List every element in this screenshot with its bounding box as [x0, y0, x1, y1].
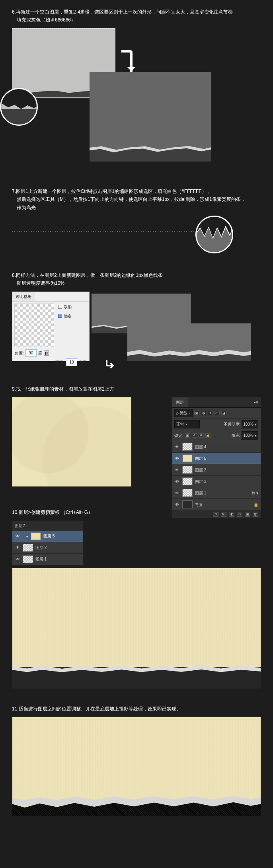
trash-icon[interactable]: 🗑	[253, 512, 258, 517]
layer-filter-row: ρ 类型÷ ▣ ◑ T ▭ ◢	[172, 408, 261, 419]
layer-thumb	[182, 443, 193, 451]
fill-label: 填充:	[232, 432, 241, 439]
step-7-visual	[12, 216, 261, 255]
lock-all-icon[interactable]: 🔒	[205, 433, 211, 438]
filter-smart-icon[interactable]: ◢	[221, 411, 226, 415]
layer-row[interactable]: 👁背景🔒	[172, 499, 261, 510]
lock-icon: 🔒	[254, 501, 258, 508]
filter-adjust-icon[interactable]: ◑	[201, 411, 206, 415]
arrow-icon	[121, 50, 133, 74]
layers-tab[interactable]: 图层	[172, 397, 188, 407]
dist-label: 距离:	[55, 359, 64, 366]
zoom-circle-1	[0, 88, 38, 126]
layer-thumb	[182, 500, 193, 508]
layer-name: 图层 1	[195, 490, 206, 496]
step-6-line2: 填充深灰色（如＃666666）	[17, 16, 261, 24]
angle-dial-icon[interactable]: ◐	[44, 350, 49, 356]
step-6-line1: 6.再新建一个空白图层，重复2-4步骤，选区要区别于上一次的外形，间距不宜太大，…	[12, 9, 233, 15]
layer-list: 👁图层 4👁图层 5👁图层 2👁图层 3👁图层 1fx ▾👁背景🔒	[172, 441, 261, 510]
layer-thumb	[182, 466, 193, 474]
step-6-visual	[12, 28, 261, 171]
layer-row[interactable]: 👁图层 2	[172, 464, 261, 476]
visibility-icon[interactable]: 👁	[174, 455, 180, 462]
panel-menu-icon[interactable]: ▾≡	[252, 397, 261, 407]
visibility-icon[interactable]: 👁	[15, 533, 20, 539]
result-paper	[12, 568, 261, 667]
fill-input[interactable]: 100%▾	[242, 431, 258, 440]
lock-pos-icon[interactable]: ✥	[199, 433, 204, 438]
step-9-text: 9.找一张纸张肌理的素材，图层放置在图层2上方	[12, 385, 261, 393]
step-8-visual: 透明格栅 取消 确定 角度: 90 度 ◐ 距离: 10 像素	[12, 292, 261, 369]
dist-unit: 像素	[79, 359, 87, 366]
result-preview	[90, 72, 211, 162]
blend-mode-select[interactable]: 正常▾	[174, 420, 200, 428]
layer-row[interactable]: 👁↳图层 5	[12, 531, 83, 542]
filter-text-icon[interactable]: T	[208, 411, 213, 415]
layer-row[interactable]: 👁图层 2	[12, 542, 83, 554]
visibility-icon[interactable]: 👁	[174, 501, 180, 508]
angle-label: 角度:	[15, 350, 24, 356]
filter-pixel-icon[interactable]: ▣	[194, 411, 199, 415]
final-edge	[12, 792, 261, 806]
fx-icon[interactable]: fx.	[221, 512, 226, 517]
step-8-line2: 图层透明度调整为10%	[17, 279, 261, 287]
layer-thumb	[31, 532, 41, 540]
mask-icon[interactable]: ◐	[229, 512, 234, 517]
opacity-input[interactable]: 100%▾	[242, 420, 258, 428]
layer-thumb	[23, 544, 33, 552]
visibility-icon[interactable]: 👁	[174, 467, 180, 473]
layer-row[interactable]: 👁图层 4	[172, 441, 261, 453]
fx-badge[interactable]: fx ▾	[252, 490, 258, 496]
step-8: 8.同样方法，在图层2上面新建图层，做一条图层2的边缘的1px黑色线条 图层透明…	[12, 271, 261, 369]
visibility-icon[interactable]: 👁	[174, 478, 180, 485]
panel-ok[interactable]: 确定	[58, 313, 87, 319]
link-icon[interactable]: ⊖	[213, 512, 218, 517]
folder-icon[interactable]: ▭	[237, 512, 242, 517]
new-layer-icon[interactable]: ▣	[245, 512, 250, 517]
dist-input[interactable]: 10	[66, 358, 77, 366]
step-6-text: 6.再新建一个空白图层，重复2-4步骤，选区要区别于上一次的外形，间距不宜太大，…	[12, 8, 261, 24]
layers-footer: ⊖ fx. ◐ ▭ ▣ 🗑	[172, 510, 261, 518]
visibility-icon[interactable]: 👁	[174, 444, 180, 450]
lock-pixel-icon[interactable]: ✐	[192, 433, 197, 438]
lock-label: 锁定:	[174, 432, 183, 439]
step-7-line3: 作为高光	[17, 204, 261, 212]
layer-name: 图层 5	[195, 455, 206, 462]
layer-name: 图层 2	[35, 544, 47, 551]
layer-thumb	[182, 477, 193, 485]
layer-row[interactable]: 👁图层 1fx ▾	[172, 487, 261, 499]
layer-name: 背景	[195, 501, 203, 508]
visibility-icon[interactable]: 👁	[15, 544, 20, 551]
paper-texture	[12, 397, 131, 487]
lock-trans-icon[interactable]: ▣	[185, 433, 190, 438]
step-10: 10.图层>创建剪切蒙板 （Ctrl+Alt+G） 图层2 👁↳图层 5👁图层 …	[12, 508, 261, 689]
layer-name: 图层 3	[195, 478, 206, 485]
step-7-line1: 7.图层1上方新建一个图层，按住Ctrl键点击图层1的缩略图形成选区，填充白色（…	[12, 189, 211, 194]
panel-cancel[interactable]: 取消	[58, 304, 87, 310]
kind-select[interactable]: ρ 类型÷	[174, 409, 193, 417]
layer-thumb	[23, 555, 33, 563]
arrow-icon	[105, 360, 118, 369]
panel-tabs: 透明格栅	[12, 292, 89, 302]
step-7-line2: 然后选择选区工具（M），然后按1下向上的方向键，使选区向上平移1px，按del删…	[17, 195, 261, 203]
layers-panel: 图层 ▾≡ ρ 类型÷ ▣ ◑ T ▭ ◢ 正常▾ 不透明度: 100%▾ 锁定…	[172, 397, 261, 516]
panel-preview	[14, 304, 54, 347]
layer-row[interactable]: 👁图层 3	[172, 476, 261, 487]
step-8-line1: 8.同样方法，在图层2上面新建图层，做一条图层2的边缘的1px黑色线条	[12, 272, 163, 278]
final-result	[12, 717, 261, 816]
filter-shape-icon[interactable]: ▭	[214, 411, 220, 415]
layer-row[interactable]: 👁图层 5	[172, 453, 261, 464]
motion-blur-panel: 透明格栅 取消 确定 角度: 90 度 ◐ 距离: 10 像素	[12, 292, 90, 361]
visibility-icon[interactable]: 👁	[15, 556, 20, 562]
mini-layer-list: 👁↳图层 5👁图层 2👁图层 1	[12, 531, 83, 565]
blend-row: 正常▾ 不透明度: 100%▾	[172, 419, 261, 430]
gray-preview-2	[127, 323, 251, 361]
clipping-result	[12, 568, 261, 689]
step-6: 6.再新建一个空白图层，重复2-4步骤，选区要区别于上一次的外形，间距不宜太大，…	[12, 8, 261, 171]
panel-tab[interactable]: 透明格栅	[12, 292, 35, 301]
opacity-label: 不透明度:	[224, 421, 241, 428]
visibility-icon[interactable]: 👁	[174, 490, 180, 496]
angle-input[interactable]: 90	[25, 349, 37, 357]
step-8-text: 8.同样方法，在图层2上面新建图层，做一条图层2的边缘的1px黑色线条 图层透明…	[12, 271, 261, 288]
layer-row[interactable]: 👁图层 1	[12, 554, 83, 565]
